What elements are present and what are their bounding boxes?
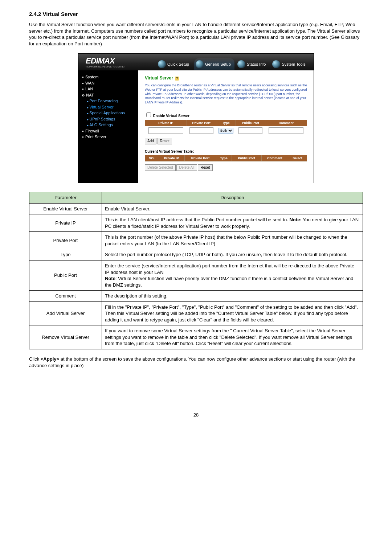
tab-quick-setup[interactable]: Quick Setup xyxy=(156,58,193,70)
enable-row: Enable Virtual Server xyxy=(145,111,307,118)
col-public-port: Public Port xyxy=(236,120,265,126)
sidebar-nav: System WAN LAN NAT Port Forwarding Virtu… xyxy=(78,70,138,183)
tab-general-setup[interactable]: General Setup xyxy=(194,58,234,70)
panel-intro-text: You can configure the Broadband router a… xyxy=(145,83,307,104)
sidebar-item-nat[interactable]: NAT xyxy=(82,92,135,98)
brand-logo: EDIMAX NETWORKING PEOPLE TOGETHER xyxy=(78,56,138,68)
footnote-bold: <Apply> xyxy=(41,356,59,362)
footnote-pre: Click xyxy=(29,356,41,362)
tab-label: System Tools xyxy=(282,62,305,66)
add-button[interactable]: Add xyxy=(145,138,156,144)
intro-paragraph: Use the Virtual Server function when you… xyxy=(29,21,363,47)
param-name: Type xyxy=(29,249,102,260)
sidebar-item-alg[interactable]: ALG Settings xyxy=(87,122,135,128)
parameters-table: Parameter Description Enable Virtual Ser… xyxy=(29,192,363,349)
panel-title: Virtual Server ? xyxy=(145,75,307,81)
param-desc: Select the port number protocol type (TC… xyxy=(102,249,363,260)
router-ui-screenshot: EDIMAX NETWORKING PEOPLE TOGETHER Quick … xyxy=(78,53,314,183)
sidebar-item-system[interactable]: System xyxy=(82,74,135,80)
param-name: Remove Virtual Server xyxy=(29,325,102,349)
sidebar-item-special-apps[interactable]: Special Applications xyxy=(87,110,135,116)
orb-icon xyxy=(237,60,245,68)
sidebar-item-upnp[interactable]: UPnP Settings xyxy=(87,116,135,122)
tab-system-tools[interactable]: System Tools xyxy=(271,58,309,70)
page-number: 28 xyxy=(29,412,363,418)
param-name: Add Virtual Server xyxy=(29,301,102,325)
sidebar-item-print-server[interactable]: Print Server xyxy=(82,134,135,140)
orb-icon xyxy=(158,60,166,68)
screenshot-header: EDIMAX NETWORKING PEOPLE TOGETHER Quick … xyxy=(78,54,314,70)
param-name: Private IP xyxy=(29,214,102,232)
footnote-post: at the bottom of the screen to save the … xyxy=(29,356,355,368)
delete-all-button[interactable]: Delete All xyxy=(176,164,197,171)
orb-icon xyxy=(272,60,280,68)
col-private-ip: Private IP xyxy=(158,155,185,161)
param-desc: Enter the service (service/Internet appl… xyxy=(102,260,363,291)
param-name: Public Port xyxy=(29,260,102,291)
current-virtual-server-table: NO. Private IP Private Port Type Public … xyxy=(145,155,307,161)
param-desc: If you want to remove some Virtual Serve… xyxy=(102,325,363,349)
col-type: Type xyxy=(216,120,236,126)
param-name: Comment xyxy=(29,291,102,302)
col-public-port: Public Port xyxy=(232,155,261,161)
col-comment: Comment xyxy=(261,155,288,161)
param-name: Private Port xyxy=(29,232,102,249)
comment-input[interactable] xyxy=(269,127,303,134)
th-description: Description xyxy=(102,192,363,204)
param-desc: Enable Virtual Server. xyxy=(102,203,363,214)
enable-label: Enable Virtual Server xyxy=(153,114,189,118)
tab-label: Status Info xyxy=(247,62,266,66)
param-desc: This is the LAN client/host IP address t… xyxy=(102,214,363,232)
sidebar-item-wan[interactable]: WAN xyxy=(82,80,135,86)
apply-footnote: Click <Apply> at the bottom of the scree… xyxy=(29,356,363,369)
param-desc: The description of this setting. xyxy=(102,291,363,302)
private-port-input[interactable] xyxy=(189,127,213,134)
col-private-port: Private Port xyxy=(187,120,216,126)
col-select: Select xyxy=(288,155,307,161)
private-ip-input[interactable] xyxy=(148,127,183,134)
param-name: Enable Virtual Server xyxy=(29,203,102,214)
sidebar-item-firewall[interactable]: Firewall xyxy=(82,128,135,134)
logo-subtitle: NETWORKING PEOPLE TOGETHER xyxy=(86,66,126,68)
main-panel: Virtual Server ? You can configure the B… xyxy=(138,70,314,183)
tab-label: General Setup xyxy=(205,62,231,66)
logo-text: EDIMAX xyxy=(86,56,126,66)
current-table-title: Current Virtual Server Table: xyxy=(145,149,307,153)
panel-title-text: Virtual Server xyxy=(145,75,173,81)
th-parameter: Parameter xyxy=(29,192,102,204)
type-select[interactable]: Both xyxy=(219,128,233,134)
help-icon[interactable]: ? xyxy=(175,77,179,81)
col-private-port: Private Port xyxy=(185,155,216,161)
sidebar-item-virtual-server[interactable]: Virtual Server xyxy=(87,104,135,110)
col-comment: Comment xyxy=(265,120,307,126)
param-desc: Fill in the "Private IP", "Private Port"… xyxy=(102,301,363,325)
public-port-input[interactable] xyxy=(238,127,262,134)
sidebar-item-port-forwarding[interactable]: Port Forwarding xyxy=(87,98,135,104)
tab-status-info[interactable]: Status Info xyxy=(236,58,270,70)
tab-label: Quick Setup xyxy=(167,62,189,66)
reset-button-2[interactable]: Reset xyxy=(198,164,212,171)
header-tabs: Quick Setup General Setup Status Info Sy… xyxy=(156,58,311,70)
col-type: Type xyxy=(216,155,232,161)
col-private-ip: Private IP xyxy=(145,120,187,126)
enable-virtual-server-checkbox[interactable] xyxy=(146,112,151,117)
sidebar-item-lan[interactable]: LAN xyxy=(82,86,135,92)
delete-selected-button[interactable]: Delete Selected xyxy=(145,164,176,171)
section-heading: 2.4.2 Virtual Server xyxy=(29,11,363,17)
col-no: NO. xyxy=(145,155,158,161)
param-desc: This is the port number (of the above Pr… xyxy=(102,232,363,249)
reset-button[interactable]: Reset xyxy=(158,138,172,144)
orb-icon xyxy=(196,60,204,68)
add-virtual-server-table: Private IP Private Port Type Public Port… xyxy=(145,120,307,135)
